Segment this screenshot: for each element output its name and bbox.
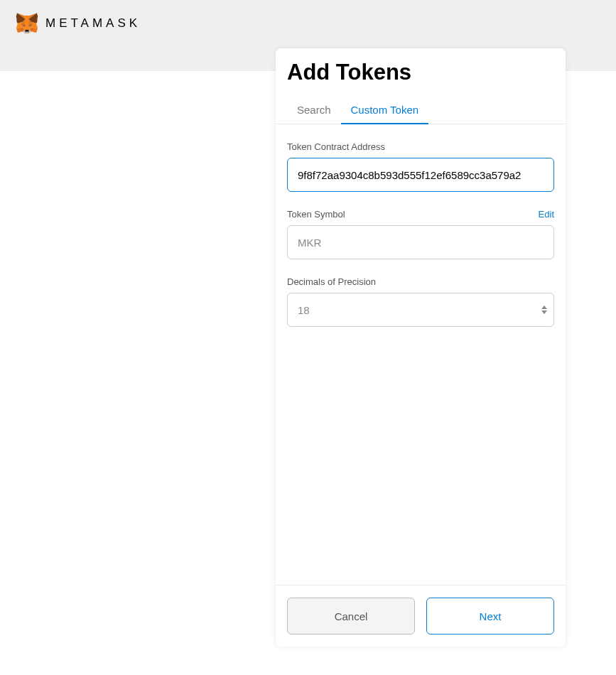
contract-address-group: Token Contract Address [287, 141, 554, 192]
token-symbol-group: Token Symbol Edit [287, 209, 554, 259]
token-symbol-input[interactable] [287, 225, 554, 259]
cancel-button[interactable]: Cancel [287, 598, 415, 634]
contract-address-label: Token Contract Address [287, 141, 385, 152]
decimals-group: Decimals of Precision [287, 276, 554, 327]
brand-name: METAMASK [45, 16, 141, 31]
decimals-input[interactable] [287, 293, 554, 327]
decimals-label: Decimals of Precision [287, 276, 376, 287]
modal-header: Add Tokens Search Custom Token [276, 48, 566, 124]
modal-title: Add Tokens [287, 60, 554, 85]
tabs: Search Custom Token [276, 97, 566, 124]
logo: METAMASK [16, 13, 141, 34]
metamask-fox-icon [16, 13, 38, 34]
tab-custom-token[interactable]: Custom Token [341, 97, 429, 124]
contract-address-input[interactable] [287, 158, 554, 192]
modal-footer: Cancel Next [276, 585, 566, 647]
decimals-stepper[interactable] [541, 306, 547, 314]
next-button[interactable]: Next [426, 598, 554, 634]
edit-symbol-link[interactable]: Edit [539, 209, 554, 220]
tab-search[interactable]: Search [287, 97, 341, 124]
chevron-down-icon[interactable] [541, 310, 547, 314]
chevron-up-icon[interactable] [541, 306, 547, 309]
custom-token-form: Token Contract Address Token Symbol Edit… [276, 124, 566, 585]
token-symbol-label: Token Symbol [287, 209, 345, 220]
add-tokens-modal: Add Tokens Search Custom Token Token Con… [276, 48, 566, 647]
